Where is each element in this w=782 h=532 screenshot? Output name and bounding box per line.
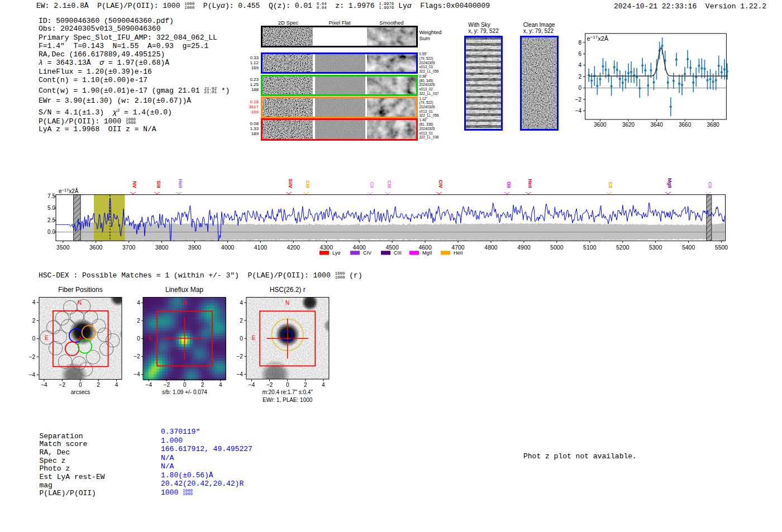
svg-text:N: N: [78, 300, 82, 306]
svg-text:MgII: MgII: [422, 250, 432, 256]
svg-text:5200: 5200: [616, 244, 630, 251]
svg-text:4100: 4100: [254, 244, 268, 251]
svg-text:CIII: CIII: [387, 180, 392, 188]
svg-text:E: E: [149, 335, 152, 341]
svg-text:3500: 3500: [56, 244, 70, 251]
svg-text:CIII: CIII: [305, 180, 311, 188]
svg-text:5100: 5100: [583, 244, 597, 251]
svg-text:0: 0: [137, 336, 140, 342]
svg-text:5400: 5400: [682, 244, 695, 251]
svg-text:m:20.4 re:1.7" s:0.4": m:20.4 re:1.7" s:0.4": [262, 389, 313, 395]
svg-text:−4: −4: [29, 372, 36, 378]
svg-text:3620: 3620: [622, 122, 635, 128]
svg-text:0: 0: [32, 336, 36, 342]
svg-text:3680: 3680: [707, 122, 720, 128]
svg-text:2: 2: [240, 318, 243, 324]
svg-text:0: 0: [286, 382, 289, 388]
svg-text:3660: 3660: [679, 122, 692, 128]
svg-text:e−17x2Å: e−17x2Å: [587, 35, 609, 42]
svg-text:N: N: [285, 300, 289, 306]
svg-text:arcsecs: arcsecs: [71, 389, 90, 395]
svg-text:−4: −4: [146, 382, 152, 388]
svg-text:−4: −4: [133, 371, 140, 377]
svg-text:CIV: CIV: [363, 250, 371, 256]
svg-text:2.5: 2.5: [47, 217, 55, 223]
svg-text:−2: −2: [575, 97, 582, 103]
svg-text:N: N: [183, 300, 187, 306]
svg-text:−2: −2: [164, 382, 170, 388]
svg-text:2: 2: [304, 382, 307, 388]
svg-text:0.0: 0.0: [47, 229, 55, 235]
svg-text:4: 4: [115, 382, 118, 388]
svg-text:4900: 4900: [517, 244, 531, 251]
svg-text:MgII: MgII: [667, 178, 673, 188]
svg-text:4: 4: [32, 299, 36, 305]
svg-text:Lyα: Lyα: [332, 250, 340, 256]
svg-text:E: E: [45, 335, 49, 341]
svg-text:0: 0: [240, 336, 243, 342]
svg-text:5000: 5000: [550, 244, 564, 251]
svg-text:CIV: CIV: [438, 180, 444, 188]
svg-text:CII: CII: [369, 181, 375, 188]
svg-text:2: 2: [32, 318, 36, 324]
svg-text:−4: −4: [41, 382, 47, 388]
svg-text:−4: −4: [236, 371, 243, 377]
svg-text:2: 2: [97, 382, 100, 388]
svg-text:0: 0: [578, 85, 581, 91]
svg-text:CIII: CIII: [394, 250, 402, 256]
svg-text:s/b: 1.09 +/- 0.074: s/b: 1.09 +/- 0.074: [162, 389, 207, 395]
svg-text:−4: −4: [249, 382, 255, 388]
svg-text:7.5: 7.5: [47, 193, 55, 199]
svg-text:2: 2: [137, 318, 140, 324]
svg-text:−2: −2: [59, 382, 66, 388]
svg-text:6: 6: [578, 51, 581, 57]
svg-text:0: 0: [183, 382, 187, 388]
svg-text:4: 4: [219, 382, 222, 388]
svg-text:4200: 4200: [287, 244, 301, 251]
svg-text:HeII: HeII: [454, 250, 463, 256]
svg-text:OII: OII: [506, 181, 512, 188]
svg-text:E: E: [252, 335, 256, 341]
svg-text:5500: 5500: [715, 244, 728, 251]
svg-text:CII: CII: [707, 181, 713, 188]
svg-text:HeII: HeII: [178, 179, 183, 188]
svg-text:EWr: 1, PLAE: 1000: EWr: 1, PLAE: 1000: [263, 397, 313, 403]
svg-text:3900: 3900: [188, 244, 202, 251]
svg-text:0: 0: [79, 382, 82, 388]
svg-text:4300: 4300: [320, 244, 333, 251]
svg-text:−2: −2: [133, 353, 140, 360]
svg-text:SiII: SiII: [156, 180, 161, 188]
svg-text:3600: 3600: [89, 244, 103, 251]
svg-text:4: 4: [240, 300, 243, 306]
svg-text:2: 2: [201, 382, 204, 388]
svg-text:8: 8: [578, 40, 581, 46]
svg-text:HeII: HeII: [527, 179, 533, 188]
svg-text:5300: 5300: [649, 244, 662, 251]
svg-text:3700: 3700: [122, 244, 136, 251]
svg-text:2: 2: [578, 74, 581, 80]
svg-text:−4: −4: [575, 108, 582, 114]
svg-text:3640: 3640: [650, 122, 663, 128]
svg-text:4: 4: [578, 62, 581, 68]
svg-text:4000: 4000: [221, 244, 235, 251]
svg-text:NV: NV: [132, 181, 137, 188]
svg-text:−2: −2: [29, 354, 36, 360]
svg-text:4: 4: [322, 382, 325, 388]
svg-text:3800: 3800: [155, 244, 169, 251]
svg-text:5.0: 5.0: [47, 205, 55, 211]
svg-text:CII: CII: [608, 181, 613, 188]
svg-text:SiIV: SiIV: [288, 179, 293, 188]
svg-text:−2: −2: [236, 353, 243, 360]
svg-text:4800: 4800: [484, 244, 498, 251]
svg-text:−2: −2: [266, 382, 273, 388]
svg-text:3600: 3600: [594, 122, 607, 128]
svg-text:e−17x2Å: e−17x2Å: [59, 188, 79, 195]
svg-text:4: 4: [137, 300, 140, 306]
